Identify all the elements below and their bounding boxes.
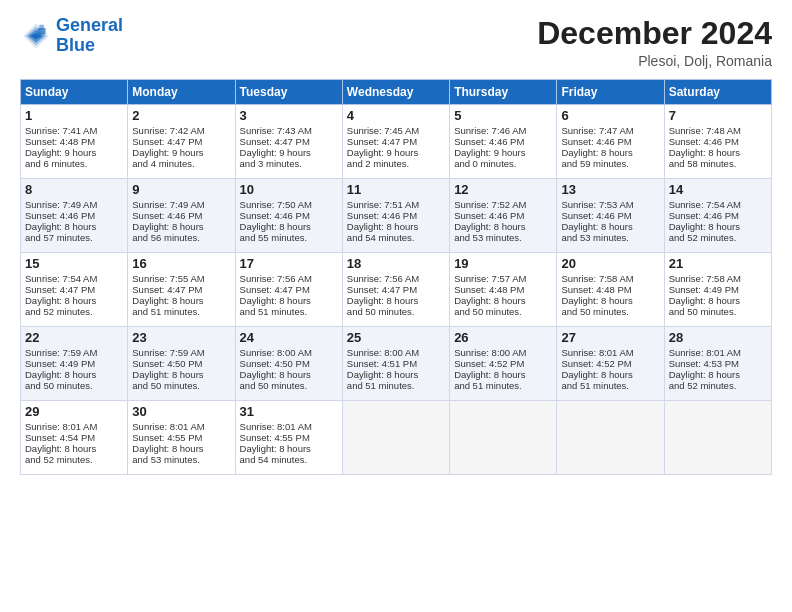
calendar-week-row: 22Sunrise: 7:59 AMSunset: 4:49 PMDayligh… (21, 327, 772, 401)
day-number: 30 (132, 404, 230, 419)
day-info-line: Sunset: 4:51 PM (347, 358, 445, 369)
day-info-line: Daylight: 9 hours (132, 147, 230, 158)
day-info-line: Daylight: 9 hours (240, 147, 338, 158)
day-info-line: Sunrise: 7:49 AM (132, 199, 230, 210)
calendar-cell: 16Sunrise: 7:55 AMSunset: 4:47 PMDayligh… (128, 253, 235, 327)
day-info-line: Sunset: 4:46 PM (25, 210, 123, 221)
day-info-line: Sunrise: 7:52 AM (454, 199, 552, 210)
day-info-line: and 55 minutes. (240, 232, 338, 243)
day-info-line: and 56 minutes. (132, 232, 230, 243)
day-number: 1 (25, 108, 123, 123)
day-info-line: Sunset: 4:46 PM (132, 210, 230, 221)
day-number: 4 (347, 108, 445, 123)
day-info-line: Daylight: 8 hours (240, 443, 338, 454)
day-info-line: and 3 minutes. (240, 158, 338, 169)
day-info-line: Sunset: 4:54 PM (25, 432, 123, 443)
calendar-cell: 12Sunrise: 7:52 AMSunset: 4:46 PMDayligh… (450, 179, 557, 253)
day-info-line: Daylight: 8 hours (454, 369, 552, 380)
day-info-line: Daylight: 8 hours (25, 221, 123, 232)
day-number: 12 (454, 182, 552, 197)
calendar-cell: 22Sunrise: 7:59 AMSunset: 4:49 PMDayligh… (21, 327, 128, 401)
day-info-line: and 50 minutes. (561, 306, 659, 317)
day-info-line: and 53 minutes. (561, 232, 659, 243)
day-info-line: Sunrise: 7:58 AM (669, 273, 767, 284)
day-number: 26 (454, 330, 552, 345)
day-info-line: Sunrise: 7:47 AM (561, 125, 659, 136)
day-info-line: and 54 minutes. (347, 232, 445, 243)
calendar-body: 1Sunrise: 7:41 AMSunset: 4:48 PMDaylight… (21, 105, 772, 475)
day-info-line: Sunrise: 7:51 AM (347, 199, 445, 210)
day-number: 23 (132, 330, 230, 345)
day-info-line: and 52 minutes. (25, 306, 123, 317)
calendar-header-row: SundayMondayTuesdayWednesdayThursdayFrid… (21, 80, 772, 105)
day-number: 31 (240, 404, 338, 419)
calendar-cell: 10Sunrise: 7:50 AMSunset: 4:46 PMDayligh… (235, 179, 342, 253)
day-info-line: Daylight: 8 hours (669, 221, 767, 232)
day-info-line: and 54 minutes. (240, 454, 338, 465)
calendar-cell: 21Sunrise: 7:58 AMSunset: 4:49 PMDayligh… (664, 253, 771, 327)
day-info-line: Sunset: 4:46 PM (347, 210, 445, 221)
day-info-line: Sunset: 4:47 PM (240, 284, 338, 295)
day-info-line: Sunrise: 7:48 AM (669, 125, 767, 136)
calendar-cell: 6Sunrise: 7:47 AMSunset: 4:46 PMDaylight… (557, 105, 664, 179)
calendar-cell: 5Sunrise: 7:46 AMSunset: 4:46 PMDaylight… (450, 105, 557, 179)
day-info-line: Daylight: 8 hours (454, 295, 552, 306)
calendar-header-cell: Friday (557, 80, 664, 105)
calendar-cell: 25Sunrise: 8:00 AMSunset: 4:51 PMDayligh… (342, 327, 449, 401)
day-number: 9 (132, 182, 230, 197)
day-info-line: Sunrise: 7:55 AM (132, 273, 230, 284)
day-info-line: Sunset: 4:52 PM (454, 358, 552, 369)
day-number: 6 (561, 108, 659, 123)
day-info-line: Daylight: 8 hours (561, 221, 659, 232)
day-info-line: Sunset: 4:46 PM (669, 136, 767, 147)
calendar-cell: 15Sunrise: 7:54 AMSunset: 4:47 PMDayligh… (21, 253, 128, 327)
day-info-line: and 0 minutes. (454, 158, 552, 169)
day-info-line: Sunrise: 7:45 AM (347, 125, 445, 136)
day-info-line: and 50 minutes. (132, 380, 230, 391)
day-info-line: Sunset: 4:49 PM (669, 284, 767, 295)
day-info-line: and 53 minutes. (132, 454, 230, 465)
month-title: December 2024 (537, 16, 772, 51)
calendar-header-cell: Wednesday (342, 80, 449, 105)
day-info-line: Sunset: 4:46 PM (454, 136, 552, 147)
day-info-line: Sunrise: 7:49 AM (25, 199, 123, 210)
calendar-cell (557, 401, 664, 475)
day-info-line: Sunrise: 7:53 AM (561, 199, 659, 210)
day-number: 29 (25, 404, 123, 419)
day-info-line: Sunrise: 8:01 AM (561, 347, 659, 358)
day-info-line: Daylight: 8 hours (132, 369, 230, 380)
day-info-line: Sunset: 4:52 PM (561, 358, 659, 369)
day-info-line: Sunrise: 8:01 AM (132, 421, 230, 432)
day-info-line: Sunset: 4:50 PM (132, 358, 230, 369)
day-info-line: Daylight: 9 hours (454, 147, 552, 158)
day-info-line: Daylight: 8 hours (240, 295, 338, 306)
calendar-cell: 17Sunrise: 7:56 AMSunset: 4:47 PMDayligh… (235, 253, 342, 327)
day-number: 2 (132, 108, 230, 123)
day-info-line: Daylight: 8 hours (25, 369, 123, 380)
day-info-line: Daylight: 9 hours (347, 147, 445, 158)
day-info-line: Sunrise: 8:00 AM (240, 347, 338, 358)
day-info-line: Sunset: 4:46 PM (669, 210, 767, 221)
day-info-line: Daylight: 8 hours (25, 443, 123, 454)
day-info-line: Daylight: 8 hours (561, 295, 659, 306)
calendar-cell: 31Sunrise: 8:01 AMSunset: 4:55 PMDayligh… (235, 401, 342, 475)
calendar-cell: 3Sunrise: 7:43 AMSunset: 4:47 PMDaylight… (235, 105, 342, 179)
day-info-line: Sunset: 4:46 PM (561, 210, 659, 221)
calendar-cell: 23Sunrise: 7:59 AMSunset: 4:50 PMDayligh… (128, 327, 235, 401)
day-number: 27 (561, 330, 659, 345)
day-number: 28 (669, 330, 767, 345)
day-info-line: and 59 minutes. (561, 158, 659, 169)
day-info-line: Sunrise: 7:59 AM (25, 347, 123, 358)
logo-icon (20, 20, 52, 52)
calendar-cell: 24Sunrise: 8:00 AMSunset: 4:50 PMDayligh… (235, 327, 342, 401)
day-info-line: Sunset: 4:48 PM (454, 284, 552, 295)
day-info-line: and 51 minutes. (240, 306, 338, 317)
day-info-line: Sunrise: 7:43 AM (240, 125, 338, 136)
day-info-line: Sunset: 4:55 PM (132, 432, 230, 443)
calendar-cell: 14Sunrise: 7:54 AMSunset: 4:46 PMDayligh… (664, 179, 771, 253)
day-info-line: and 51 minutes. (347, 380, 445, 391)
calendar-cell: 27Sunrise: 8:01 AMSunset: 4:52 PMDayligh… (557, 327, 664, 401)
day-info-line: Sunrise: 8:00 AM (454, 347, 552, 358)
day-info-line: and 52 minutes. (25, 454, 123, 465)
day-info-line: and 50 minutes. (25, 380, 123, 391)
